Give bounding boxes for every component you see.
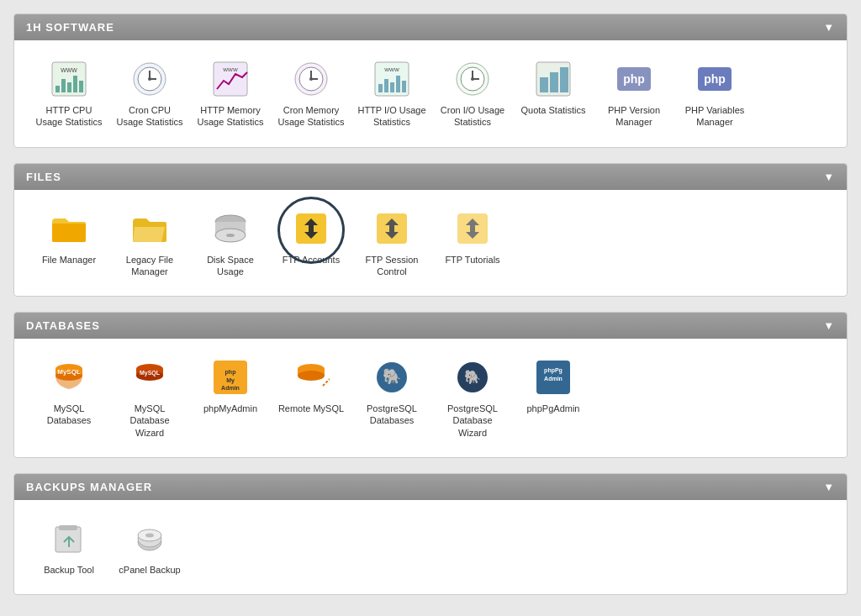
tool-label-backup-tool: Backup Tool: [44, 564, 94, 576]
section-content-databases: MySQL DatabasesMySQL Database WizardphpM…: [14, 339, 847, 457]
section-header-databases[interactable]: DATABASES ▼: [14, 313, 847, 339]
tool-label-ftp-accounts: FTP Accounts: [283, 254, 340, 266]
tool-item-remote-mysql[interactable]: Remote MySQL: [273, 352, 349, 419]
section-header-1h-software[interactable]: 1H SOFTWARE ▼: [14, 14, 847, 40]
clock-memory-icon: [291, 59, 331, 99]
tool-label-php-variables: PHP Variables Manager: [680, 104, 749, 129]
quota-icon: [533, 59, 573, 99]
section-1h-software: 1H SOFTWARE ▼ HTTP CPU Usage StatisticsC…: [13, 13, 848, 148]
postgresql-icon: [372, 357, 412, 398]
tool-item-postgresql[interactable]: PostgreSQL Databases: [354, 352, 430, 432]
phppgadmin-icon: [533, 357, 573, 398]
chevron-down-icon: ▼: [823, 21, 835, 34]
tool-item-cron-io[interactable]: Cron I/O Usage Statistics: [435, 54, 510, 134]
section-title: FILES: [26, 171, 61, 183]
tool-label-disk-space: Disk Space Usage: [196, 254, 265, 278]
tool-item-http-io[interactable]: HTTP I/O Usage Statistics: [354, 54, 430, 134]
tool-item-phppgadmin[interactable]: phpPgAdmin: [515, 352, 591, 419]
tool-label-file-manager: File Manager: [42, 254, 96, 266]
tool-item-ftp-session[interactable]: FTP Session Control: [354, 203, 430, 283]
tool-item-http-cpu[interactable]: HTTP CPU Usage Statistics: [31, 54, 107, 134]
section-title: DATABASES: [26, 319, 100, 332]
tool-label-remote-mysql: Remote MySQL: [278, 403, 344, 414]
chevron-down-icon: ▼: [823, 319, 835, 332]
section-content-files: File ManagerLegacy File ManagerDisk Spac…: [14, 190, 847, 297]
tool-label-http-cpu: HTTP CPU Usage Statistics: [34, 104, 103, 129]
tool-label-ftp-tutorials: FTP Tutorials: [445, 254, 499, 266]
tool-item-file-manager[interactable]: File Manager: [31, 203, 107, 271]
clock-chart-icon: [129, 59, 170, 99]
postgresql-wiz-icon: [452, 357, 493, 398]
ftp2-icon: [372, 208, 412, 249]
tool-item-php-version[interactable]: PHP Version Manager: [596, 54, 672, 134]
tool-item-cpanel-backup[interactable]: cPanel Backup: [112, 513, 188, 581]
backup-icon: [49, 519, 89, 559]
section-files: FILES ▼ File ManagerLegacy File ManagerD…: [13, 163, 848, 297]
tool-label-ftp-session: FTP Session Control: [357, 254, 426, 278]
tool-label-legacy-file: Legacy File Manager: [115, 254, 184, 278]
section-header-files[interactable]: FILES ▼: [14, 164, 847, 190]
tool-label-cpanel-backup: cPanel Backup: [119, 564, 180, 576]
section-title: 1H SOFTWARE: [26, 21, 114, 34]
ftp-icon: [291, 208, 331, 249]
tool-label-quota: Quota Statistics: [520, 104, 585, 116]
tool-item-mysql-db[interactable]: MySQL Databases: [31, 352, 107, 432]
memory-chart-icon: [210, 59, 251, 99]
tool-label-phpmyadmin: phpMyAdmin: [203, 403, 257, 414]
tool-label-mysql-wizard: MySQL Database Wizard: [115, 403, 184, 439]
io-chart-icon: [372, 59, 412, 99]
tool-item-quota[interactable]: Quota Statistics: [515, 54, 591, 121]
phpmyadmin-icon: [210, 357, 251, 398]
remote-mysql-icon: [291, 357, 331, 398]
tool-item-cron-memory[interactable]: Cron Memory Usage Statistics: [273, 54, 349, 134]
tool-label-phppgadmin: phpPgAdmin: [527, 403, 580, 414]
folder-icon: [49, 208, 89, 249]
tool-item-phpmyadmin[interactable]: phpMyAdmin: [193, 352, 268, 419]
section-title: BACKUPS MANAGER: [26, 481, 152, 493]
folder-open-icon: [129, 208, 170, 249]
tool-item-mysql-wizard[interactable]: MySQL Database Wizard: [112, 352, 188, 444]
tool-label-postgresql: PostgreSQL Databases: [357, 403, 426, 427]
tool-label-cron-memory: Cron Memory Usage Statistics: [277, 104, 346, 129]
tool-item-legacy-file[interactable]: Legacy File Manager: [112, 203, 188, 283]
section-databases: DATABASES ▼ MySQL DatabasesMySQL Databas…: [13, 312, 848, 458]
tool-item-ftp-tutorials[interactable]: FTP Tutorials: [435, 203, 510, 271]
ftp3-icon: [452, 208, 493, 249]
tool-item-http-memory[interactable]: HTTP Memory Usage Statistics: [193, 54, 268, 134]
tool-item-backup-tool[interactable]: Backup Tool: [31, 513, 107, 581]
section-header-backups-manager[interactable]: BACKUPS MANAGER ▼: [14, 474, 847, 500]
cpu-chart-icon: [49, 59, 89, 99]
mysql-wiz-icon: [129, 357, 170, 398]
tool-item-postgresql-wizard[interactable]: PostgreSQL Database Wizard: [435, 352, 510, 444]
app-container: 1H SOFTWARE ▼ HTTP CPU Usage StatisticsC…: [13, 13, 848, 595]
php-icon: [614, 59, 654, 99]
tool-label-cron-cpu: Cron CPU Usage Statistics: [115, 104, 184, 129]
tool-label-http-io: HTTP I/O Usage Statistics: [357, 104, 426, 129]
disk-icon: [210, 208, 251, 249]
tool-label-cron-io: Cron I/O Usage Statistics: [438, 104, 507, 129]
chevron-down-icon: ▼: [823, 481, 835, 493]
tool-item-disk-space[interactable]: Disk Space Usage: [193, 203, 268, 283]
section-content-1h-software: HTTP CPU Usage StatisticsCron CPU Usage …: [14, 40, 847, 147]
section-content-backups-manager: Backup ToolcPanel Backup: [14, 500, 847, 594]
tool-label-http-memory: HTTP Memory Usage Statistics: [196, 104, 265, 129]
mysql-icon: [49, 357, 89, 398]
clock-io-icon: [452, 59, 493, 99]
tool-label-postgresql-wizard: PostgreSQL Database Wizard: [438, 403, 507, 439]
tool-item-cron-cpu[interactable]: Cron CPU Usage Statistics: [112, 54, 188, 134]
php2-icon: [695, 59, 735, 99]
cpanel-backup-icon: [129, 519, 170, 559]
tool-label-php-version: PHP Version Manager: [600, 104, 668, 129]
section-backups-manager: BACKUPS MANAGER ▼ Backup ToolcPanel Back…: [13, 473, 848, 595]
tool-item-php-variables[interactable]: PHP Variables Manager: [677, 54, 753, 134]
chevron-down-icon: ▼: [823, 171, 835, 183]
tool-label-mysql-db: MySQL Databases: [34, 403, 103, 427]
tool-item-ftp-accounts[interactable]: FTP Accounts: [273, 203, 349, 271]
